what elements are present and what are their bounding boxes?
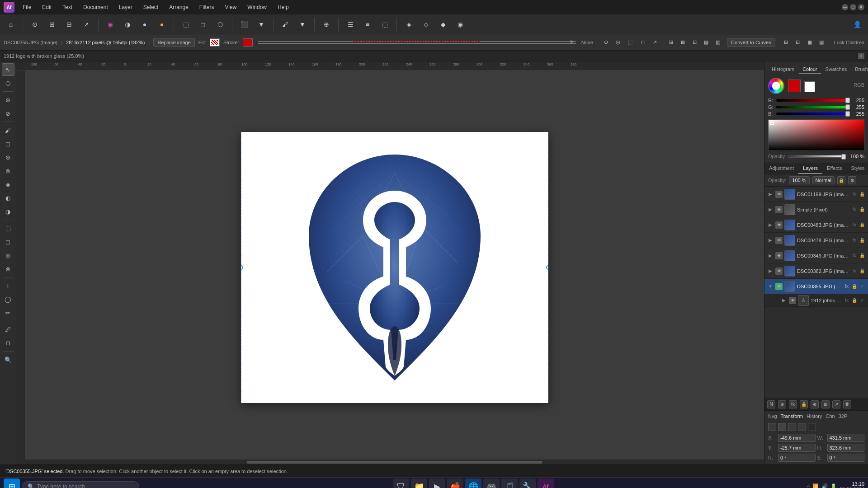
layer-fx-4[interactable]: fx [851, 237, 858, 244]
layer-row-dsc01199[interactable]: ▶ 👁 DSC01199.JPG (Image) fx 🔒 [764, 187, 868, 202]
toolbar-select-freehand[interactable]: ◻ [196, 17, 210, 32]
tf-s-value[interactable]: 0 ° [827, 454, 865, 462]
taskbar-app-8[interactable]: 🔧 [519, 479, 536, 488]
tool-clone[interactable]: ⊚ [2, 164, 14, 177]
toolbar-crop[interactable]: ⬛ [237, 17, 251, 32]
ctx-more4[interactable]: ▤ [816, 37, 827, 48]
tt-chn[interactable]: Chn [826, 413, 835, 420]
replace-image-button[interactable]: Replace image [153, 38, 194, 47]
doc-close-button[interactable]: × [858, 53, 864, 59]
tf-w-value[interactable]: 431.5 mm [827, 434, 865, 442]
toolbar-wb[interactable]: ● [137, 17, 152, 32]
tab-styles[interactable]: Styles [847, 163, 868, 174]
taskbar-app-edge[interactable]: 🌐 [465, 479, 481, 488]
layer-row-dsc00355[interactable]: ▼ 👁 DSC00355.JPG (Image) fx 🔒 ✓ [764, 279, 868, 294]
ch-g-thumb[interactable] [845, 104, 850, 110]
toolbar-guides[interactable]: ⊟ [62, 17, 76, 32]
toolbar-inpainting[interactable]: ◈ [401, 17, 416, 32]
layer-sub-expand[interactable]: ▶ [781, 297, 787, 304]
h-scrollbar[interactable] [25, 459, 764, 465]
tf-x-value[interactable]: -49.6 mm [778, 434, 816, 442]
ctx-more3[interactable]: ▦ [804, 37, 815, 48]
layer-bottom-btn7[interactable]: ↗ [832, 400, 840, 408]
toolbar-tone2[interactable]: ◆ [436, 17, 450, 32]
tab-brushes[interactable]: Brushes [851, 65, 868, 74]
tool-select[interactable]: ↖ [2, 63, 14, 76]
stroke-swatch-box[interactable] [243, 38, 253, 47]
layer-row-dsc00349[interactable]: ▶ 👁 DSC00349.JPG (Image) fx 🔒 [764, 248, 868, 263]
toolbar-arrange[interactable]: ☰ [343, 17, 358, 32]
taskbar-app-1[interactable]: 🛡 [393, 479, 409, 488]
tf-r-value[interactable]: 0 ° [778, 454, 816, 462]
toolbar-hsl[interactable]: ● [155, 17, 169, 32]
minimize-button[interactable]: — [842, 4, 848, 10]
layer-expand-1[interactable]: ▶ [767, 191, 774, 197]
layer-sub-vis[interactable]: 👁 [789, 297, 796, 304]
tool-fill[interactable]: ⊓ [2, 337, 14, 349]
layer-row-dsc00483[interactable]: ▶ 👁 DSC00483.JPG (Image) fx 🔒 [764, 217, 868, 233]
tool-dodge[interactable]: ◐ [2, 192, 14, 204]
tool-burn[interactable]: ◑ [2, 205, 14, 218]
ctx-arrange2[interactable]: ⊠ [677, 37, 688, 48]
toolbar-grid[interactable]: ⊞ [45, 17, 59, 32]
layer-bottom-btn8[interactable]: 🗑 [843, 400, 851, 408]
layer-vis-6[interactable]: 👁 [775, 267, 783, 275]
ctx-icon5[interactable]: ↗ [649, 37, 660, 48]
layer-lock-2[interactable]: 🔒 [859, 206, 865, 213]
opacity-value-layers[interactable]: 100 % [789, 176, 809, 184]
layer-expand-3[interactable]: ▶ [767, 222, 774, 228]
taskbar-app-affinity[interactable]: Af [538, 479, 554, 488]
layer-vis-1[interactable]: 👁 [775, 191, 783, 198]
layer-fx-5[interactable]: fx [851, 253, 858, 259]
tt-nvg[interactable]: Nvg [768, 413, 777, 420]
toolbar-stamp[interactable]: ⊕ [319, 17, 334, 32]
menu-help[interactable]: Help [273, 2, 293, 12]
toolbar-export[interactable]: ↗ [79, 17, 94, 32]
layer-bottom-btn6[interactable]: ⊞ [821, 400, 830, 408]
layer-vis-5[interactable]: 👁 [775, 252, 783, 259]
layer-bottom-btn5[interactable]: ⊗ [811, 400, 819, 408]
toolbar-crop-arrow[interactable]: ▼ [254, 17, 269, 32]
layer-fx-3[interactable]: fx [851, 222, 858, 228]
menu-file[interactable]: File [18, 2, 36, 12]
opacity-slider[interactable] [788, 155, 846, 158]
canvas-area[interactable]: -100-60-40-20020406080100120140160180200… [16, 61, 764, 465]
layer-row-dsc00382[interactable]: ▶ 👁 DSC00382.JPG (Image) fx 🔒 [764, 263, 868, 279]
ch-b-slider[interactable] [776, 113, 850, 115]
stroke-swatch[interactable] [243, 38, 253, 47]
layer-lock-1[interactable]: 🔒 [859, 191, 865, 197]
close-button[interactable]: ✕ [858, 4, 864, 10]
layer-lock-5[interactable]: 🔒 [859, 253, 865, 259]
tool-selection-brush[interactable]: ◎ [2, 249, 14, 262]
ctx-arrange5[interactable]: ▥ [712, 37, 723, 48]
menu-arrange[interactable]: Arrange [165, 2, 193, 12]
layer-expand-4[interactable]: ▶ [767, 237, 774, 244]
layer-fx-7[interactable]: fx [844, 283, 850, 290]
toolbar-tone[interactable]: ◑ [120, 17, 135, 32]
layer-bottom-btn4[interactable]: 🔒 [800, 400, 808, 408]
taskbar-clock[interactable]: 13:10 08/06/2024 [840, 481, 864, 488]
toolbar-select-rect[interactable]: ⬚ [179, 17, 193, 32]
layer-lock-4[interactable]: 🔒 [859, 237, 865, 244]
layer-expand-7[interactable]: ▼ [767, 283, 774, 290]
ch-r-slider[interactable] [776, 99, 850, 102]
taskbar-app-2[interactable]: 📁 [411, 479, 427, 488]
ctx-icon1[interactable]: ⊙ [600, 37, 611, 48]
fill-swatch-box[interactable] [210, 38, 220, 47]
layer-lock-6[interactable]: 🔒 [859, 268, 865, 274]
tool-paint[interactable]: 🖌 [2, 124, 14, 136]
layer-bottom-btn3[interactable]: fx [789, 400, 797, 408]
layer-check-7[interactable]: ✓ [859, 283, 865, 290]
ctx-icon4[interactable]: ◻ [637, 37, 648, 48]
layer-lock-7[interactable]: 🔒 [851, 283, 858, 290]
tool-straighten[interactable]: ⊘ [2, 107, 14, 120]
blend-mode-select[interactable]: Normal [812, 176, 835, 184]
tool-pen[interactable]: ✏ [2, 306, 14, 319]
menu-window[interactable]: Window [243, 2, 271, 12]
tt-32p[interactable]: 32P [839, 413, 848, 420]
menu-text[interactable]: Text [58, 2, 77, 12]
tab-colour[interactable]: Colour [799, 65, 821, 74]
ctx-icon2[interactable]: ◎ [613, 37, 623, 48]
menu-filters[interactable]: Filters [195, 2, 219, 12]
tt-history[interactable]: History [807, 413, 822, 420]
